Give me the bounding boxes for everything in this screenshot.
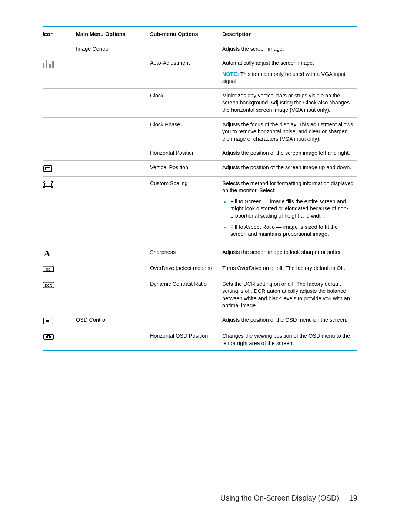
table-row: Horizontal Position Adjusts the position… bbox=[43, 146, 357, 161]
description-text: Adjusts the focus of the display. This a… bbox=[222, 117, 357, 146]
option-list: Fill to Screen — image fills the entire … bbox=[222, 198, 354, 238]
sub-menu-label: Custom Scaling bbox=[150, 176, 222, 245]
custom-scaling-icon bbox=[43, 180, 54, 189]
sub-menu-label: Vertical Position bbox=[150, 160, 222, 176]
svg-rect-11 bbox=[47, 336, 50, 338]
description-text: Automatically adjust the screen image. bbox=[222, 60, 354, 67]
dcr-icon: DCR bbox=[43, 281, 54, 290]
svg-rect-0 bbox=[44, 166, 52, 172]
description-text: Adjusts the position of the screen image… bbox=[222, 160, 357, 176]
page-footer: Using the On-Screen Display (OSD) 19 bbox=[220, 494, 357, 502]
main-menu-label: Image Control bbox=[76, 42, 150, 56]
sub-menu-label: Horizontal OSD Position bbox=[150, 329, 222, 351]
description-text: Adjusts the position of the OSD menu on … bbox=[222, 313, 357, 329]
sub-menu-label: Dynamic Contrast Ratio bbox=[150, 277, 222, 313]
description-text: Sets the DCR setting on or off. The fact… bbox=[222, 277, 357, 313]
sharpness-icon: A bbox=[43, 249, 54, 258]
header-sub: Sub-menu Options bbox=[150, 27, 222, 42]
table-row: DCR Dynamic Contrast Ratio Sets the DCR … bbox=[43, 277, 357, 313]
svg-text:OD: OD bbox=[46, 267, 51, 271]
sub-menu-label: Clock bbox=[150, 88, 222, 117]
svg-text:A: A bbox=[44, 249, 50, 258]
note-label: NOTE: bbox=[222, 71, 239, 77]
description-text: Changes the viewing position of the OSD … bbox=[222, 329, 357, 351]
sub-menu-label: Sharpness bbox=[150, 245, 222, 261]
header-desc: Description bbox=[222, 27, 357, 42]
description-text: Selects the method for formatting inform… bbox=[222, 180, 354, 194]
table-row: Horizontal OSD Position Changes the view… bbox=[43, 329, 357, 351]
description-text: Minimizes any vertical bars or strips vi… bbox=[222, 88, 357, 117]
table-row: Clock Phase Adjusts the focus of the dis… bbox=[43, 117, 357, 146]
sub-menu-label bbox=[150, 42, 222, 56]
list-item: Fill to Aspect Ratio — image is sized to… bbox=[229, 224, 354, 238]
description-text: Adjusts the screen image to look sharper… bbox=[222, 245, 357, 261]
description-text: Adjusts the position of the screen image… bbox=[222, 146, 357, 161]
page-number: 19 bbox=[349, 494, 357, 502]
table-row: OD OverDrive (select models) Turns OverD… bbox=[43, 261, 357, 277]
svg-rect-9 bbox=[46, 320, 49, 322]
svg-rect-1 bbox=[46, 168, 50, 170]
footer-section-title: Using the On-Screen Display (OSD) bbox=[220, 494, 339, 502]
vertical-bars-icon bbox=[43, 60, 54, 68]
table-row: OSD Control Adjusts the position of the … bbox=[43, 313, 357, 329]
list-item: Fill to Screen — image fills the entire … bbox=[229, 198, 354, 220]
table-row: Vertical Position Adjusts the position o… bbox=[43, 160, 357, 176]
sub-menu-label: OverDrive (select models) bbox=[150, 261, 222, 277]
osd-options-table: Icon Main Menu Options Sub-menu Options … bbox=[43, 26, 357, 351]
sub-menu-label: Auto-Adjustment bbox=[150, 56, 222, 89]
svg-rect-2 bbox=[45, 183, 51, 187]
header-main: Main Menu Options bbox=[76, 27, 150, 42]
horizontal-osd-position-icon bbox=[43, 332, 54, 341]
overdrive-icon: OD bbox=[43, 265, 54, 274]
sub-menu-label: Clock Phase bbox=[150, 117, 222, 146]
description-text: Adjusts the screen image. bbox=[222, 42, 357, 56]
svg-rect-10 bbox=[44, 334, 53, 339]
table-row: A Sharpness Adjusts the screen image to … bbox=[43, 245, 357, 261]
table-row: Auto-Adjustment Automatically adjust the… bbox=[43, 56, 357, 89]
table-row: Clock Minimizes any vertical bars or str… bbox=[43, 88, 357, 117]
description-text: Turns OverDrive on or off. The factory d… bbox=[222, 261, 357, 277]
header-icon: Icon bbox=[43, 27, 76, 42]
sub-menu-label: Horizontal Position bbox=[150, 146, 222, 161]
vertical-position-icon bbox=[43, 164, 54, 173]
table-row: Image Control Adjusts the screen image. bbox=[43, 42, 357, 56]
osd-control-icon bbox=[43, 317, 54, 325]
table-header-row: Icon Main Menu Options Sub-menu Options … bbox=[43, 27, 357, 42]
document-page: Icon Main Menu Options Sub-menu Options … bbox=[0, 0, 400, 532]
svg-text:DCR: DCR bbox=[45, 284, 52, 287]
note-text: This item can only be used with a VGA in… bbox=[222, 71, 346, 84]
main-menu-label: OSD Control bbox=[76, 313, 150, 329]
table-row: Custom Scaling Selects the method for fo… bbox=[43, 176, 357, 245]
